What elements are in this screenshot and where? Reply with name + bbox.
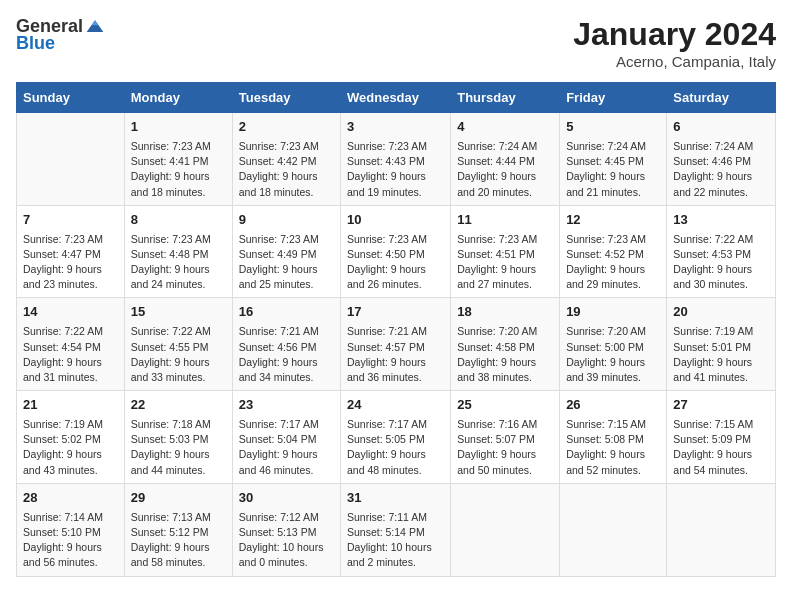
day-info: Sunrise: 7:22 AMSunset: 4:53 PMDaylight:…	[673, 232, 769, 293]
day-info: Sunrise: 7:23 AMSunset: 4:50 PMDaylight:…	[347, 232, 444, 293]
day-number: 28	[23, 489, 118, 508]
day-info: Sunrise: 7:19 AMSunset: 5:01 PMDaylight:…	[673, 324, 769, 385]
week-row-3: 14Sunrise: 7:22 AMSunset: 4:54 PMDayligh…	[17, 298, 776, 391]
week-row-5: 28Sunrise: 7:14 AMSunset: 5:10 PMDayligh…	[17, 483, 776, 576]
day-number: 1	[131, 118, 226, 137]
day-info: Sunrise: 7:20 AMSunset: 5:00 PMDaylight:…	[566, 324, 660, 385]
col-header-sunday: Sunday	[17, 83, 125, 113]
col-header-wednesday: Wednesday	[341, 83, 451, 113]
calendar-cell: 29Sunrise: 7:13 AMSunset: 5:12 PMDayligh…	[124, 483, 232, 576]
calendar-cell: 6Sunrise: 7:24 AMSunset: 4:46 PMDaylight…	[667, 113, 776, 206]
calendar-cell: 10Sunrise: 7:23 AMSunset: 4:50 PMDayligh…	[341, 205, 451, 298]
calendar-cell: 7Sunrise: 7:23 AMSunset: 4:47 PMDaylight…	[17, 205, 125, 298]
calendar-cell: 30Sunrise: 7:12 AMSunset: 5:13 PMDayligh…	[232, 483, 340, 576]
calendar-cell: 20Sunrise: 7:19 AMSunset: 5:01 PMDayligh…	[667, 298, 776, 391]
logo-blue-text: Blue	[16, 33, 55, 54]
page-header: General Blue January 2024 Acerno, Campan…	[16, 16, 776, 70]
calendar-cell: 27Sunrise: 7:15 AMSunset: 5:09 PMDayligh…	[667, 391, 776, 484]
day-number: 12	[566, 211, 660, 230]
day-number: 3	[347, 118, 444, 137]
day-info: Sunrise: 7:23 AMSunset: 4:43 PMDaylight:…	[347, 139, 444, 200]
title-block: January 2024 Acerno, Campania, Italy	[573, 16, 776, 70]
calendar-cell: 22Sunrise: 7:18 AMSunset: 5:03 PMDayligh…	[124, 391, 232, 484]
day-number: 22	[131, 396, 226, 415]
day-number: 17	[347, 303, 444, 322]
day-number: 27	[673, 396, 769, 415]
day-info: Sunrise: 7:15 AMSunset: 5:08 PMDaylight:…	[566, 417, 660, 478]
day-info: Sunrise: 7:22 AMSunset: 4:55 PMDaylight:…	[131, 324, 226, 385]
day-info: Sunrise: 7:24 AMSunset: 4:44 PMDaylight:…	[457, 139, 553, 200]
col-header-tuesday: Tuesday	[232, 83, 340, 113]
calendar-cell: 28Sunrise: 7:14 AMSunset: 5:10 PMDayligh…	[17, 483, 125, 576]
day-info: Sunrise: 7:23 AMSunset: 4:52 PMDaylight:…	[566, 232, 660, 293]
day-info: Sunrise: 7:12 AMSunset: 5:13 PMDaylight:…	[239, 510, 334, 571]
header-row: SundayMondayTuesdayWednesdayThursdayFrid…	[17, 83, 776, 113]
calendar-cell: 14Sunrise: 7:22 AMSunset: 4:54 PMDayligh…	[17, 298, 125, 391]
day-info: Sunrise: 7:17 AMSunset: 5:05 PMDaylight:…	[347, 417, 444, 478]
day-info: Sunrise: 7:23 AMSunset: 4:42 PMDaylight:…	[239, 139, 334, 200]
calendar-cell: 18Sunrise: 7:20 AMSunset: 4:58 PMDayligh…	[451, 298, 560, 391]
day-number: 6	[673, 118, 769, 137]
calendar-cell	[560, 483, 667, 576]
day-info: Sunrise: 7:13 AMSunset: 5:12 PMDaylight:…	[131, 510, 226, 571]
day-number: 4	[457, 118, 553, 137]
col-header-thursday: Thursday	[451, 83, 560, 113]
day-number: 24	[347, 396, 444, 415]
calendar-cell: 31Sunrise: 7:11 AMSunset: 5:14 PMDayligh…	[341, 483, 451, 576]
day-number: 7	[23, 211, 118, 230]
calendar-cell	[667, 483, 776, 576]
day-number: 14	[23, 303, 118, 322]
col-header-monday: Monday	[124, 83, 232, 113]
day-info: Sunrise: 7:19 AMSunset: 5:02 PMDaylight:…	[23, 417, 118, 478]
day-info: Sunrise: 7:22 AMSunset: 4:54 PMDaylight:…	[23, 324, 118, 385]
calendar-cell: 24Sunrise: 7:17 AMSunset: 5:05 PMDayligh…	[341, 391, 451, 484]
day-info: Sunrise: 7:21 AMSunset: 4:56 PMDaylight:…	[239, 324, 334, 385]
day-number: 16	[239, 303, 334, 322]
day-info: Sunrise: 7:23 AMSunset: 4:47 PMDaylight:…	[23, 232, 118, 293]
calendar-cell: 4Sunrise: 7:24 AMSunset: 4:44 PMDaylight…	[451, 113, 560, 206]
day-info: Sunrise: 7:24 AMSunset: 4:45 PMDaylight:…	[566, 139, 660, 200]
day-info: Sunrise: 7:15 AMSunset: 5:09 PMDaylight:…	[673, 417, 769, 478]
day-number: 26	[566, 396, 660, 415]
calendar-cell: 26Sunrise: 7:15 AMSunset: 5:08 PMDayligh…	[560, 391, 667, 484]
week-row-1: 1Sunrise: 7:23 AMSunset: 4:41 PMDaylight…	[17, 113, 776, 206]
day-number: 18	[457, 303, 553, 322]
day-info: Sunrise: 7:14 AMSunset: 5:10 PMDaylight:…	[23, 510, 118, 571]
day-info: Sunrise: 7:20 AMSunset: 4:58 PMDaylight:…	[457, 324, 553, 385]
logo-icon	[85, 17, 105, 37]
calendar-cell: 23Sunrise: 7:17 AMSunset: 5:04 PMDayligh…	[232, 391, 340, 484]
svg-marker-1	[92, 20, 99, 25]
month-title: January 2024	[573, 16, 776, 53]
calendar-cell: 13Sunrise: 7:22 AMSunset: 4:53 PMDayligh…	[667, 205, 776, 298]
logo: General Blue	[16, 16, 105, 54]
day-info: Sunrise: 7:11 AMSunset: 5:14 PMDaylight:…	[347, 510, 444, 571]
col-header-friday: Friday	[560, 83, 667, 113]
day-info: Sunrise: 7:23 AMSunset: 4:51 PMDaylight:…	[457, 232, 553, 293]
day-number: 5	[566, 118, 660, 137]
day-info: Sunrise: 7:23 AMSunset: 4:49 PMDaylight:…	[239, 232, 334, 293]
day-number: 23	[239, 396, 334, 415]
day-number: 30	[239, 489, 334, 508]
day-info: Sunrise: 7:16 AMSunset: 5:07 PMDaylight:…	[457, 417, 553, 478]
day-number: 9	[239, 211, 334, 230]
calendar-cell: 21Sunrise: 7:19 AMSunset: 5:02 PMDayligh…	[17, 391, 125, 484]
day-number: 15	[131, 303, 226, 322]
calendar-cell: 1Sunrise: 7:23 AMSunset: 4:41 PMDaylight…	[124, 113, 232, 206]
day-number: 8	[131, 211, 226, 230]
day-number: 21	[23, 396, 118, 415]
week-row-2: 7Sunrise: 7:23 AMSunset: 4:47 PMDaylight…	[17, 205, 776, 298]
day-number: 20	[673, 303, 769, 322]
calendar-cell: 16Sunrise: 7:21 AMSunset: 4:56 PMDayligh…	[232, 298, 340, 391]
calendar-cell: 15Sunrise: 7:22 AMSunset: 4:55 PMDayligh…	[124, 298, 232, 391]
day-info: Sunrise: 7:18 AMSunset: 5:03 PMDaylight:…	[131, 417, 226, 478]
day-info: Sunrise: 7:24 AMSunset: 4:46 PMDaylight:…	[673, 139, 769, 200]
day-info: Sunrise: 7:23 AMSunset: 4:48 PMDaylight:…	[131, 232, 226, 293]
day-number: 2	[239, 118, 334, 137]
location: Acerno, Campania, Italy	[573, 53, 776, 70]
day-info: Sunrise: 7:21 AMSunset: 4:57 PMDaylight:…	[347, 324, 444, 385]
calendar-cell: 19Sunrise: 7:20 AMSunset: 5:00 PMDayligh…	[560, 298, 667, 391]
calendar-cell: 17Sunrise: 7:21 AMSunset: 4:57 PMDayligh…	[341, 298, 451, 391]
calendar-cell: 12Sunrise: 7:23 AMSunset: 4:52 PMDayligh…	[560, 205, 667, 298]
calendar-table: SundayMondayTuesdayWednesdayThursdayFrid…	[16, 82, 776, 577]
calendar-cell: 11Sunrise: 7:23 AMSunset: 4:51 PMDayligh…	[451, 205, 560, 298]
